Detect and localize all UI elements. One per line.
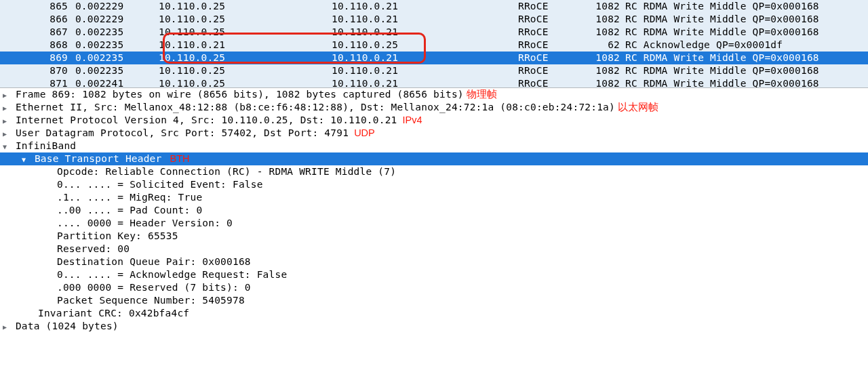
bth-field[interactable]: Opcode: Reliable Connection (RC) - RDMA … <box>0 165 868 178</box>
packet-src: 10.110.0.25 <box>132 52 325 64</box>
packet-time: 0.002235 <box>68 26 132 39</box>
packet-no: 867 <box>0 26 68 39</box>
packet-info: RC RDMA Write Middle QP=0x000168 <box>625 52 868 64</box>
bth-field-text: Partition Key: 65535 <box>57 230 178 241</box>
annotation-udp: UDP <box>349 127 375 138</box>
bth-field-text: 0... .... = Acknowledge Request: False <box>57 269 287 280</box>
annotation-ethernet: 以太网帧 <box>615 102 658 112</box>
bth-field[interactable]: Packet Sequence Number: 5405978 <box>0 294 868 307</box>
packet-no: 866 <box>0 13 68 26</box>
bth-row[interactable]: Base Transport Header BTH <box>0 152 868 165</box>
packet-row[interactable]: 870 0.00223510.110.0.2510.110.0.21RRoCE1… <box>0 64 868 77</box>
collapse-icon[interactable] <box>0 140 9 153</box>
ip-text: Internet Protocol Version 4, Src: 10.110… <box>16 115 397 125</box>
bth-field[interactable]: .... 0000 = Header Version: 0 <box>0 217 868 230</box>
bth-field-text: .1.. .... = MigReq: True <box>57 192 202 203</box>
packet-len: 1082 <box>586 77 625 87</box>
bth-field-text: Destination Queue Pair: 0x000168 <box>57 256 251 267</box>
bth-field-text: ..00 .... = Pad Count: 0 <box>57 205 202 216</box>
packet-proto: RRoCE <box>518 39 586 52</box>
ethernet-row[interactable]: Ethernet II, Src: Mellanox_48:12:88 (b8:… <box>0 101 868 114</box>
packet-detail-panel[interactable]: Frame 869: 1082 bytes on wire (8656 bits… <box>0 87 868 333</box>
packet-row[interactable]: 865 0.00222910.110.0.2510.110.0.21RRoCE1… <box>0 0 868 13</box>
packet-proto: RRoCE <box>518 0 586 13</box>
packet-src: 10.110.0.25 <box>132 13 325 26</box>
packet-src: 10.110.0.21 <box>132 39 325 52</box>
bth-field-text: Reserved: 00 <box>57 243 130 254</box>
bth-field-text: Packet Sequence Number: 5405978 <box>57 295 245 306</box>
packet-dst: 10.110.0.21 <box>325 64 518 77</box>
frame-row[interactable]: Frame 869: 1082 bytes on wire (8656 bits… <box>0 88 868 101</box>
frame-text: Frame 869: 1082 bytes on wire (8656 bits… <box>16 89 464 100</box>
packet-src: 10.110.0.25 <box>132 26 325 39</box>
packet-dst: 10.110.0.21 <box>325 0 518 13</box>
data-text: Data (1024 bytes) <box>16 321 119 331</box>
bth-field[interactable]: Reserved: 00 <box>0 243 868 255</box>
packet-no: 871 <box>0 77 68 87</box>
bth-field-text: 0... .... = Solicited Event: False <box>57 179 263 190</box>
packet-proto: RRoCE <box>518 77 586 87</box>
packet-info: RC RDMA Write Middle QP=0x000168 <box>625 13 868 26</box>
expand-icon[interactable] <box>0 321 9 333</box>
packet-dst: 10.110.0.21 <box>325 13 518 26</box>
udp-text: User Datagram Protocol, Src Port: 57402,… <box>16 127 349 138</box>
packet-no: 869 <box>0 52 68 64</box>
packet-info: RC RDMA Write Middle QP=0x000168 <box>625 26 868 39</box>
packet-len: 62 <box>586 39 625 52</box>
packet-row[interactable]: 866 0.00222910.110.0.2510.110.0.21RRoCE1… <box>0 13 868 26</box>
packet-proto: RRoCE <box>518 26 586 39</box>
packet-time: 0.002235 <box>68 52 132 64</box>
packet-row[interactable]: 868 0.00223510.110.0.2110.110.0.25RRoCE6… <box>0 39 868 52</box>
bth-field[interactable]: Partition Key: 65535 <box>0 230 868 243</box>
packet-proto: RRoCE <box>518 52 586 64</box>
bth-field[interactable]: .000 0000 = Reserved (7 bits): 0 <box>0 281 868 294</box>
packet-info: RC RDMA Write Middle QP=0x000168 <box>625 0 868 13</box>
packet-no: 870 <box>0 64 68 77</box>
bth-field[interactable]: .1.. .... = MigReq: True <box>0 191 868 204</box>
bth-field-text: Opcode: Reliable Connection (RC) - RDMA … <box>57 166 396 177</box>
packet-src: 10.110.0.25 <box>132 77 325 87</box>
invariant-crc-row[interactable]: Invariant CRC: 0x42bfa4cf <box>0 307 868 320</box>
packet-time: 0.002229 <box>68 13 132 26</box>
packet-row[interactable]: 871 0.00224110.110.0.2510.110.0.21RRoCE1… <box>0 77 868 87</box>
packet-dst: 10.110.0.21 <box>325 26 518 39</box>
packet-info: RC RDMA Write Middle QP=0x000168 <box>625 77 868 87</box>
udp-row[interactable]: User Datagram Protocol, Src Port: 57402,… <box>0 127 868 140</box>
infiniband-text: InfiniBand <box>16 140 76 151</box>
packet-list[interactable]: 865 0.00222910.110.0.2510.110.0.21RRoCE1… <box>0 0 868 87</box>
packet-src: 10.110.0.25 <box>132 0 325 13</box>
bth-field[interactable]: 0... .... = Acknowledge Request: False <box>0 268 868 281</box>
packet-row[interactable]: 869 0.00223510.110.0.2510.110.0.21RRoCE1… <box>0 52 868 64</box>
infiniband-row[interactable]: InfiniBand <box>0 140 868 152</box>
bth-text: Base Transport Header <box>35 153 162 164</box>
packet-row[interactable]: 867 0.00223510.110.0.2510.110.0.21RRoCE1… <box>0 26 868 39</box>
packet-proto: RRoCE <box>518 13 586 26</box>
packet-len: 1082 <box>586 13 625 26</box>
packet-dst: 10.110.0.21 <box>325 77 518 87</box>
bth-field-text: .000 0000 = Reserved (7 bits): 0 <box>57 282 251 293</box>
packet-len: 1082 <box>586 64 625 77</box>
packet-dst: 10.110.0.25 <box>325 39 518 52</box>
packet-len: 1082 <box>586 52 625 64</box>
packet-info: RC RDMA Write Middle QP=0x000168 <box>625 64 868 77</box>
expand-icon[interactable] <box>0 127 9 140</box>
packet-no: 865 <box>0 0 68 13</box>
packet-time: 0.002235 <box>68 39 132 52</box>
bth-field[interactable]: 0... .... = Solicited Event: False <box>0 178 868 191</box>
packet-time: 0.002235 <box>68 64 132 77</box>
ip-row[interactable]: Internet Protocol Version 4, Src: 10.110… <box>0 114 868 127</box>
packet-len: 1082 <box>586 26 625 39</box>
packet-src: 10.110.0.25 <box>132 64 325 77</box>
annotation-bth: BTH <box>161 153 189 164</box>
bth-field[interactable]: ..00 .... = Pad Count: 0 <box>0 204 868 217</box>
packet-time: 0.002229 <box>68 0 132 13</box>
bth-field[interactable]: Destination Queue Pair: 0x000168 <box>0 255 868 268</box>
expand-icon[interactable] <box>0 102 9 115</box>
data-row[interactable]: Data (1024 bytes) <box>0 320 868 333</box>
packet-no: 868 <box>0 39 68 52</box>
collapse-icon[interactable] <box>19 153 28 166</box>
annotation-physical-frame: 物理帧 <box>464 89 497 100</box>
expand-icon[interactable] <box>0 115 9 127</box>
expand-icon[interactable] <box>0 89 9 102</box>
ethernet-text: Ethernet II, Src: Mellanox_48:12:88 (b8:… <box>16 102 615 112</box>
